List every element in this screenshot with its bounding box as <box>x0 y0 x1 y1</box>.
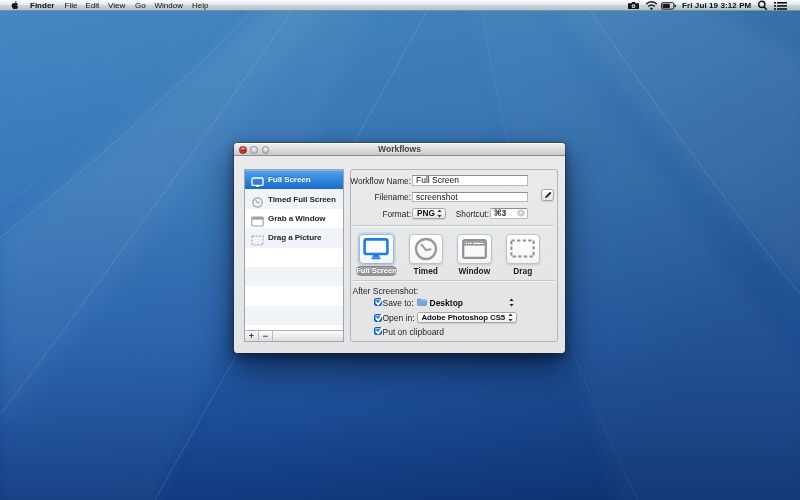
clipboard-label: Put on clipboard <box>383 327 444 337</box>
marquee-large-icon <box>510 239 535 258</box>
save-to-popup[interactable]: Desktop <box>430 298 464 308</box>
display-icon <box>251 174 264 185</box>
save-to-label: Save to: <box>383 298 414 308</box>
window-large-icon <box>462 239 487 259</box>
popup-arrows-icon <box>437 209 442 218</box>
display-large-icon <box>363 238 389 260</box>
menu-edit[interactable]: Edit <box>86 0 100 11</box>
window-title: Workflows <box>234 143 565 156</box>
menu-finder[interactable]: Finder <box>30 0 54 11</box>
menu-clock[interactable]: Fri Jul 19 3:12 PM <box>682 0 751 11</box>
list-item-timed-full-screen[interactable]: Timed Full Screen <box>245 189 343 208</box>
clipboard-checkbox[interactable] <box>374 327 382 335</box>
clock-icon <box>251 194 264 205</box>
mode-window-button[interactable] <box>457 234 492 264</box>
menu-go[interactable]: Go <box>135 0 146 11</box>
separator <box>353 225 554 226</box>
mode-full-screen-button[interactable] <box>359 234 394 264</box>
format-label: Format: <box>382 209 411 219</box>
open-in-popup[interactable]: Adobe Photoshop CS5 <box>417 312 517 324</box>
list-footer: + − <box>245 330 343 342</box>
empty-row <box>245 306 343 325</box>
filename-field[interactable]: screenshot <box>412 192 528 203</box>
clock-large-icon <box>414 237 438 261</box>
camera-icon <box>627 1 640 10</box>
format-popup[interactable]: PNG <box>412 208 446 220</box>
workflow-list: Full Screen Timed Full Screen Grab a Win… <box>244 169 344 342</box>
remove-workflow-button[interactable]: − <box>259 331 273 342</box>
open-in-checkbox[interactable] <box>374 314 382 322</box>
marquee-icon <box>251 232 264 243</box>
window-content: Full Screen Timed Full Screen Grab a Win… <box>234 156 565 353</box>
mode-drag-button[interactable] <box>506 234 541 264</box>
add-workflow-button[interactable]: + <box>245 331 259 342</box>
shortcut-field[interactable]: ⌘3 <box>490 208 529 220</box>
workflow-name-field[interactable]: Full Screen <box>412 175 528 186</box>
apple-icon <box>11 0 19 10</box>
wifi-icon <box>645 1 658 10</box>
workflows-window: Workflows Full Screen Timed Full Screen <box>234 143 565 353</box>
clear-shortcut-icon[interactable] <box>517 209 525 217</box>
open-in-label: Open in: <box>383 313 415 323</box>
wifi-menu-extra[interactable] <box>645 0 658 11</box>
save-to-checkbox[interactable] <box>374 298 382 306</box>
separator <box>353 280 554 281</box>
menu-help[interactable]: Help <box>192 0 208 11</box>
spotlight-icon <box>757 0 768 11</box>
list-icon <box>774 2 787 10</box>
window-titlebar[interactable]: Workflows <box>234 143 565 156</box>
after-screenshot-heading: After Screenshot: <box>353 286 419 296</box>
mode-timed-button[interactable] <box>409 234 444 264</box>
mode-window-label: Window <box>457 266 492 276</box>
apple-menu[interactable] <box>11 0 19 11</box>
save-to-arrows-icon[interactable] <box>509 298 514 307</box>
battery-icon <box>661 2 676 10</box>
popup-arrows-icon <box>508 313 513 322</box>
notification-center-menu-extra[interactable] <box>774 0 787 11</box>
workflow-name-label: Workflow Name: <box>350 176 411 186</box>
spotlight-menu-extra[interactable] <box>757 0 768 11</box>
list-item-full-screen[interactable]: Full Screen <box>245 170 343 189</box>
list-item-grab-a-window[interactable]: Grab a Window <box>245 209 343 228</box>
menu-window[interactable]: Window <box>155 0 183 11</box>
mode-full-screen-label: Full Screen <box>356 266 397 277</box>
battery-menu-extra[interactable] <box>661 0 676 11</box>
menu-file[interactable]: File <box>65 0 78 11</box>
mode-timed-label: Timed <box>409 266 444 276</box>
empty-row <box>245 267 343 286</box>
menu-bar: Finder File Edit View Go Window Help Fri… <box>0 0 800 11</box>
shortcut-label: Shortcut: <box>456 209 489 219</box>
folder-icon <box>417 298 427 306</box>
edit-filename-button[interactable] <box>541 189 554 201</box>
camera-menu-extra[interactable] <box>627 0 640 11</box>
pen-icon <box>544 191 552 199</box>
filename-label: Filename: <box>375 192 411 202</box>
window-icon <box>251 213 264 224</box>
mode-drag-label: Drag <box>506 266 541 276</box>
menu-view[interactable]: View <box>108 0 125 11</box>
list-item-drag-a-picture[interactable]: Drag a Picture <box>245 228 343 247</box>
